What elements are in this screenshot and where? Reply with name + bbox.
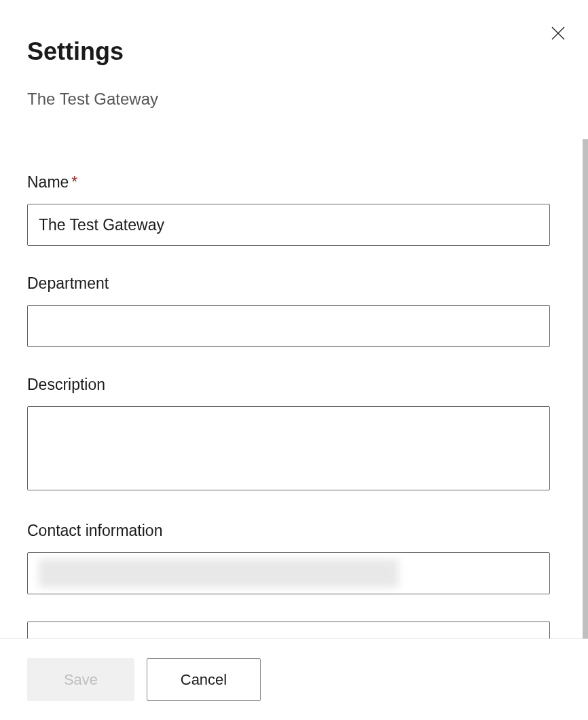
department-label: Department [27,274,561,293]
contact-field-group: Contact information [27,522,561,638]
save-button[interactable]: Save [27,658,134,701]
close-button[interactable] [549,24,568,43]
department-input[interactable] [27,305,550,347]
cancel-button[interactable]: Cancel [147,658,261,701]
description-input[interactable] [27,406,550,490]
settings-content: Settings The Test Gateway Name* Departme… [0,0,588,638]
page-title: Settings [27,37,561,66]
page-subtitle: The Test Gateway [27,90,561,109]
close-icon [550,25,566,41]
description-label: Description [27,376,561,394]
footer: Save Cancel [0,638,588,720]
contact-input[interactable] [27,552,550,594]
description-field-group: Description [27,376,561,493]
name-field-group: Name* [27,173,561,246]
name-input[interactable] [27,204,550,246]
department-field-group: Department [27,274,561,347]
scrollbar[interactable] [583,139,588,638]
settings-panel: Settings The Test Gateway Name* Departme… [0,0,588,720]
contact-label: Contact information [27,522,561,540]
blurred-contact-value [39,559,399,588]
name-label: Name* [27,173,561,192]
additional-input-partial[interactable] [27,622,550,638]
required-asterisk: * [71,173,77,191]
